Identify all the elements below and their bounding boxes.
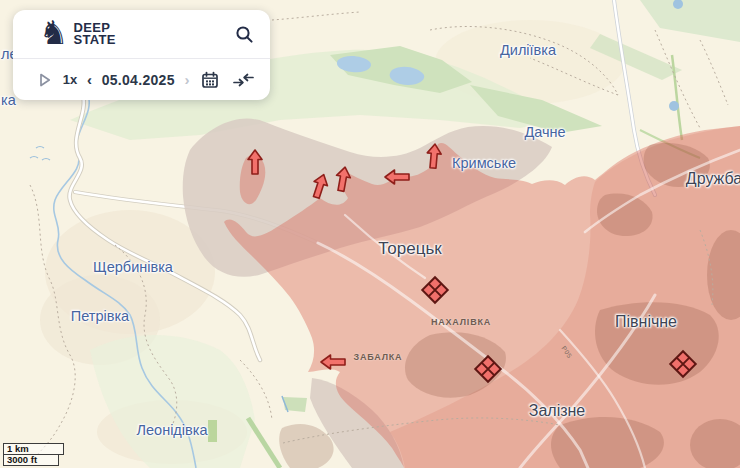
calendar-icon xyxy=(201,71,219,89)
search-icon xyxy=(235,25,254,44)
brand-text: DEEP STATE xyxy=(74,22,116,47)
next-date-button[interactable]: › xyxy=(184,72,189,87)
deepstate-logo[interactable]: ♞ DEEP STATE xyxy=(39,22,233,47)
timeline-controls: 1x ‹ 05.04.2025 › xyxy=(13,58,270,100)
collapse-timeline-button[interactable] xyxy=(231,71,256,89)
scale-control: 1 km 3000 ft xyxy=(3,443,64,466)
brand-row: ♞ DEEP STATE xyxy=(13,10,270,58)
merge-arrows-icon xyxy=(233,73,254,87)
scale-imperial: 3000 ft xyxy=(3,454,59,466)
calendar-button[interactable] xyxy=(199,69,221,91)
prev-date-button[interactable]: ‹ xyxy=(87,72,92,87)
speed-label[interactable]: 1x xyxy=(63,72,77,87)
search-button[interactable] xyxy=(233,23,256,46)
control-panel: ♞ DEEP STATE 1x ‹ 05.04.2025 xyxy=(13,10,270,100)
play-icon xyxy=(39,73,51,87)
map-viewport[interactable]: ДиліївкаДачнеКримськеДружбаТорецькЩербин… xyxy=(0,0,740,468)
brand-line2: STATE xyxy=(74,34,116,47)
play-button[interactable] xyxy=(37,71,53,89)
date-label[interactable]: 05.04.2025 xyxy=(102,72,175,88)
chess-knight-icon: ♞ xyxy=(39,19,69,47)
